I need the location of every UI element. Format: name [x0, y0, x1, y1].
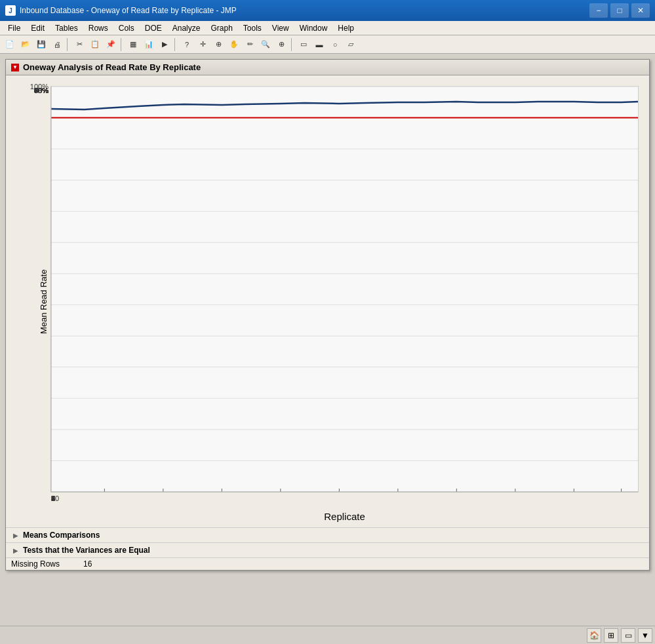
window-controls: − □ ✕ [589, 3, 650, 18]
toolbar-shape[interactable]: ▱ [344, 37, 358, 52]
toolbar-magnify[interactable]: 🔍 [258, 37, 273, 52]
analysis-title: Oneway Analysis of Read Rate By Replicat… [23, 62, 201, 72]
status-window-icon[interactable]: ▭ [621, 628, 635, 643]
means-comparisons-header: ▶ Means Comparisons [6, 527, 649, 542]
toolbar-sep4 [291, 38, 294, 51]
chart-wrapper: Mean Read Rate [6, 75, 649, 527]
toolbar-new[interactable]: 📄 [3, 37, 17, 52]
x-tick-10: 10 [51, 494, 59, 502]
toolbar-pan[interactable]: ✋ [227, 37, 241, 52]
menu-help[interactable]: Help [332, 22, 359, 34]
status-home-icon[interactable]: 🏠 [587, 628, 601, 643]
titlebar: J Inbound Database - Oneway of Read Rate… [0, 0, 655, 21]
toolbar-sep2 [121, 38, 123, 51]
tests-variances-expand[interactable]: ▶ [11, 546, 20, 555]
maximize-button[interactable]: □ [610, 3, 629, 18]
toolbar-sep1 [67, 38, 69, 51]
tests-variances-header: ▶ Tests that the Variances are Equal [6, 542, 649, 557]
toolbar: 📄 📂 💾 🖨 ✂ 📋 📌 ▦ 📊 ▶ ? ✛ ⊕ ✋ ✏ 🔍 ⊕ ▭ ▬ ○ … [0, 35, 655, 54]
chart-svg [51, 87, 638, 492]
menu-view[interactable]: View [267, 22, 294, 34]
menubar: File Edit Tables Rows Cols DOE Analyze G… [0, 21, 655, 35]
toolbar-save[interactable]: 💾 [34, 37, 49, 52]
menu-graph[interactable]: Graph [205, 22, 237, 34]
missing-rows-label: Missing Rows [11, 559, 60, 569]
window-title: Inbound Database - Oneway of Read Rate b… [20, 6, 589, 15]
chart-plot: 100% 95% 90% 85% 80% 75% 70% 65% 60% 55%… [50, 86, 639, 493]
y-axis-label: Mean Read Rate [39, 269, 49, 333]
toolbar-crosshair[interactable]: ✛ [195, 37, 210, 52]
menu-tools[interactable]: Tools [238, 22, 267, 34]
x-axis-label: Replicate [50, 511, 639, 522]
toolbar-globe[interactable]: ⊕ [211, 37, 226, 52]
minimize-button[interactable]: − [589, 3, 608, 18]
toolbar-run[interactable]: ▶ [157, 37, 172, 52]
menu-tables[interactable]: Tables [50, 22, 83, 34]
means-comparisons-expand[interactable]: ▶ [11, 531, 20, 540]
menu-doe[interactable]: DOE [140, 22, 167, 34]
y-tick-35: 35% [34, 87, 49, 94]
menu-edit[interactable]: Edit [26, 22, 50, 34]
toolbar-oval[interactable]: ○ [328, 37, 342, 52]
toolbar-open[interactable]: 📂 [18, 37, 33, 52]
toolbar-chart[interactable]: 📊 [142, 37, 156, 52]
analysis-header: ▼ Oneway Analysis of Read Rate By Replic… [6, 60, 649, 75]
toolbar-cut[interactable]: ✂ [72, 37, 87, 52]
toolbar-paste[interactable]: 📌 [104, 37, 118, 52]
missing-rows-value: 16 [83, 559, 92, 569]
toolbar-sep3 [174, 38, 177, 51]
analysis-panel: ▼ Oneway Analysis of Read Rate By Replic… [5, 59, 650, 571]
toolbar-help[interactable]: ? [180, 37, 194, 52]
tests-variances-label: Tests that the Variances are Equal [23, 546, 150, 555]
menu-analyze[interactable]: Analyze [167, 22, 206, 34]
menu-file[interactable]: File [3, 22, 26, 34]
menu-window[interactable]: Window [294, 22, 333, 34]
status-bar: Missing Rows 16 [6, 557, 649, 570]
status-grid-icon[interactable]: ⊞ [604, 628, 618, 643]
close-button[interactable]: ✕ [631, 3, 650, 18]
toolbar-pencil[interactable]: ✏ [243, 37, 257, 52]
menu-rows[interactable]: Rows [83, 22, 113, 34]
toolbar-table[interactable]: ▦ [126, 37, 140, 52]
toolbar-layout1[interactable]: ▭ [296, 37, 311, 52]
collapse-button[interactable]: ▼ [11, 64, 19, 71]
app-icon: J [5, 5, 16, 16]
main-content: ▼ Oneway Analysis of Read Rate By Replic… [0, 54, 655, 644]
status-arrow-icon[interactable]: ▼ [638, 628, 652, 643]
toolbar-zoomin[interactable]: ⊕ [274, 37, 288, 52]
toolbar-copy[interactable]: 📋 [88, 37, 102, 52]
app-status-bar: 🏠 ⊞ ▭ ▼ [0, 626, 655, 644]
menu-cols[interactable]: Cols [113, 22, 140, 34]
toolbar-layout2[interactable]: ▬ [312, 37, 327, 52]
toolbar-print[interactable]: 🖨 [50, 37, 64, 52]
means-comparisons-label: Means Comparisons [23, 531, 100, 540]
